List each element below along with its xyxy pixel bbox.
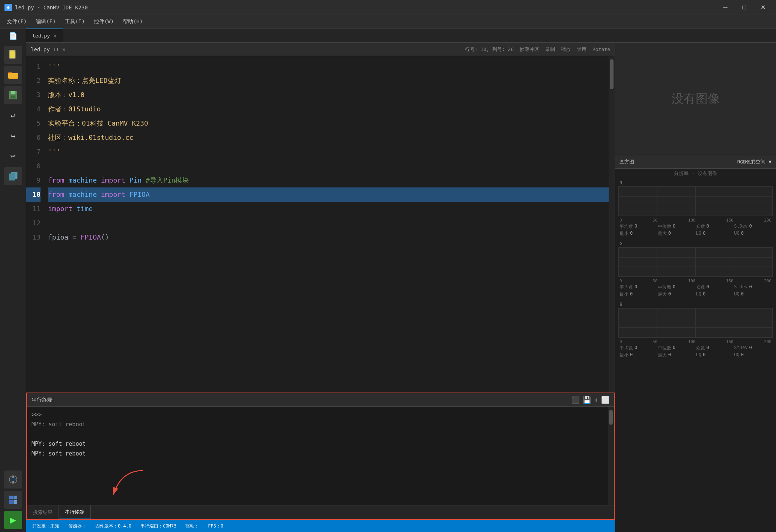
editor-header-left: led.py ⬆⬇ ✕ [31, 46, 66, 53]
tab-serial-terminal[interactable]: 串行终端 [59, 505, 91, 519]
terminal-line-1: MPY: soft reboot [32, 420, 603, 429]
code-line-6: 社区：wiki.01studio.cc [48, 130, 609, 145]
menu-tools[interactable]: 工具(I) [61, 17, 89, 27]
editor-split: led.py ⬆⬇ ✕ 行号: 10, 列号: 26 帧缓冲区 录制 缩放 禁用… [26, 43, 615, 532]
bottom-tabs: 搜索结果 串行终端 [27, 505, 614, 519]
right-panel: 没有图像 直方图 RGB色彩空间 ▼ 分辨率 - 没有图像 R [615, 43, 776, 532]
code-line-2: 实验名称：点亮LED蓝灯 [48, 73, 609, 88]
status-driver: 驱动： [185, 523, 199, 529]
code-editor[interactable]: 1 2 3 4 5 6 7 8 9 10 11 12 13 [26, 56, 615, 393]
maximize-button[interactable]: □ [735, 2, 753, 13]
histogram-g-chart [618, 247, 773, 277]
svg-rect-13 [12, 476, 14, 478]
svg-rect-16 [14, 496, 17, 499]
zoom-button[interactable]: 缩放 [561, 46, 571, 53]
line-numbers: 1 2 3 4 5 6 7 8 9 10 11 12 13 [26, 56, 45, 393]
histogram-r-stats: 平均数0 中位数0 众数0 StDev0 最小0 最大0 LQ0 UQ0 [618, 223, 773, 237]
tab-label: led.py [32, 33, 50, 39]
menu-file[interactable]: 文件(F) [3, 17, 30, 27]
status-firmware: 固件版本：0.4.0 [95, 523, 131, 529]
app-icon: ● [5, 4, 12, 11]
code-line-1: ''' [48, 59, 609, 73]
terminal-prompt: >>> [32, 410, 603, 420]
svg-rect-6 [11, 91, 15, 94]
terminal-header: 串行终端 ⬛ 💾 ⬆ ⬜ [27, 393, 614, 407]
histogram-b-chart [618, 308, 773, 338]
minimize-button[interactable]: ─ [717, 2, 734, 13]
rotate-button[interactable]: Rotate [593, 46, 610, 52]
status-serial: 串行端口：COM73 [140, 523, 176, 529]
histogram-g-channel: G [615, 239, 776, 300]
status-fps: FPS：0 [208, 523, 223, 529]
terminal-collapse-icon[interactable]: ⬆ [594, 396, 598, 404]
terminal-scrollbar[interactable] [608, 407, 614, 505]
code-line-7: ''' [48, 145, 609, 159]
open-folder-button[interactable] [4, 66, 22, 84]
terminal-icon-connect[interactable]: ⬛ [571, 396, 580, 404]
disable-button[interactable]: 禁用 [577, 46, 587, 53]
redo-button[interactable]: ↪ [4, 127, 22, 145]
histogram-r-chart [618, 186, 773, 216]
tab-led-py[interactable]: led.py × [26, 28, 63, 42]
menu-edit[interactable]: 编辑(E) [32, 17, 59, 27]
code-line-11: import time [48, 202, 609, 216]
editor-close-icon[interactable]: ✕ [62, 46, 66, 53]
expand-icon[interactable]: ⬆⬇ [53, 46, 59, 52]
histogram-r-channel: R [615, 178, 776, 239]
channel-b-label: B [618, 301, 773, 307]
tab-bar: 📄 led.py × [0, 28, 776, 43]
scrollbar-thumb[interactable] [610, 59, 614, 89]
histogram-b-stats: 平均数0 中位数0 众数0 StDev0 最小0 最大0 LQ0 UQ0 [618, 345, 773, 358]
new-file-button[interactable] [4, 46, 22, 64]
code-line-8 [48, 159, 609, 173]
menu-controls[interactable]: 控件(W) [90, 17, 117, 27]
buffer-label: 帧缓冲区 [520, 46, 539, 53]
files-button[interactable] [4, 491, 22, 509]
title-bar: ● led.py - CanMV IDE K230 ─ □ ✕ [0, 0, 776, 15]
svg-rect-10 [9, 174, 15, 180]
terminal-panel: 串行终端 ⬛ 💾 ⬆ ⬜ >>> MPY: soft reboot MPY: s… [26, 393, 615, 520]
save-button[interactable] [4, 86, 22, 104]
menu-help[interactable]: 帮助(H) [119, 17, 146, 27]
code-content[interactable]: ''' 实验名称：点亮LED蓝灯 版本：v1.0 作者：01Studio [45, 56, 609, 393]
histogram-label: 直方图 [620, 159, 634, 165]
code-line-13: fpioa = FPIOA () [48, 230, 609, 244]
code-line-5: 实验平台：01科技 CanMV K230 [48, 116, 609, 130]
cut-button[interactable]: ✂ [4, 147, 22, 165]
terminal-content[interactable]: >>> MPY: soft reboot MPY: soft reboot MP… [27, 407, 608, 505]
code-line-3: 版本：v1.0 [48, 88, 609, 102]
histogram-g-x-axis: 050100150200 [618, 279, 773, 284]
editor-header-right: 行号: 10, 列号: 26 帧缓冲区 录制 缩放 禁用 Rotate [465, 46, 610, 53]
run-button[interactable]: ▶ [4, 511, 22, 529]
resolution-text: 分辨率 - 没有图像 [615, 169, 776, 178]
tab-search-results[interactable]: 搜索结果 [27, 505, 59, 519]
svg-rect-14 [12, 481, 14, 483]
cursor-position: 行号: 10, 列号: 26 [465, 46, 514, 53]
terminal-icon-save[interactable]: 💾 [583, 396, 591, 404]
histogram-content: R [615, 178, 776, 532]
histogram-b-channel: B [615, 300, 776, 361]
histogram-header: 直方图 RGB色彩空间 ▼ [615, 155, 776, 169]
editor-scrollbar[interactable] [609, 56, 615, 393]
connect-button[interactable] [4, 471, 22, 489]
undo-button[interactable]: ↩ [4, 106, 22, 124]
histogram-g-stats: 平均数0 中位数0 众数0 StDev0 最小0 最大0 LQ0 UQ0 [618, 284, 773, 298]
terminal-scrollbar-thumb[interactable] [609, 410, 613, 425]
status-bar: 开发板：未知 传感器： 固件版本：0.4.0 串行端口：COM73 驱动： FP… [26, 520, 615, 532]
histogram-b-x-axis: 050100150200 [618, 339, 773, 345]
status-board: 开发板：未知 [32, 523, 59, 529]
color-space-dropdown-icon[interactable]: ▼ [768, 159, 771, 165]
code-line-10: from machine import FPIOA [48, 187, 609, 202]
editor-header: led.py ⬆⬇ ✕ 行号: 10, 列号: 26 帧缓冲区 录制 缩放 禁用… [26, 43, 615, 56]
close-button[interactable]: ✕ [754, 2, 771, 13]
menu-bar: 文件(F) 编辑(E) 工具(I) 控件(W) 帮助(H) [0, 15, 776, 28]
histogram-r-x-axis: 050100150200 [618, 218, 773, 223]
no-image-text: 没有图像 [672, 91, 720, 107]
color-space-label: RGB色彩空间 [737, 159, 765, 165]
svg-rect-15 [9, 496, 13, 499]
record-button[interactable]: 录制 [545, 46, 555, 53]
main-container: ↩ ↪ ✂ ▶ [0, 43, 776, 532]
copy-button[interactable] [4, 167, 22, 185]
tab-close-icon[interactable]: × [53, 32, 57, 39]
terminal-expand-icon[interactable]: ⬜ [601, 396, 609, 404]
